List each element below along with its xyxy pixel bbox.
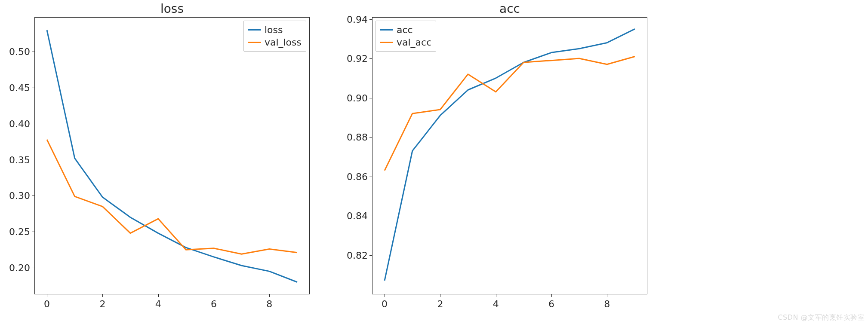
xtick-mark	[47, 294, 47, 297]
ytick-label: 0.88	[347, 132, 372, 143]
ytick-mark	[369, 216, 372, 216]
ytick-label: 0.45	[9, 83, 34, 93]
ytick-label: 0.35	[9, 154, 34, 165]
legend-swatch	[380, 42, 393, 43]
series-line	[47, 30, 297, 282]
legend-entry: val_loss	[248, 36, 302, 49]
xtick-mark	[269, 294, 270, 297]
xtick-mark	[551, 294, 552, 297]
ytick-mark	[32, 232, 34, 232]
ytick-mark	[32, 52, 34, 52]
legend-loss: lossval_loss	[243, 21, 306, 52]
ytick-mark	[369, 255, 372, 256]
xtick-mark	[102, 294, 103, 297]
ytick-mark	[369, 58, 372, 59]
ytick-mark	[369, 19, 372, 20]
ytick-label: 0.30	[9, 190, 34, 201]
legend-acc: accval_acc	[376, 21, 436, 52]
lines-acc	[372, 17, 647, 294]
series-line	[47, 140, 297, 254]
xtick-mark	[496, 294, 496, 297]
ytick-mark	[32, 160, 34, 160]
figure: loss 0.200.250.300.350.400.450.50 02468 …	[0, 0, 868, 324]
ytick-mark	[32, 124, 34, 124]
ytick-mark	[32, 88, 34, 88]
ytick-mark	[369, 137, 372, 138]
legend-entry: loss	[248, 24, 302, 36]
ytick-mark	[369, 177, 372, 177]
chart-title-acc: acc	[372, 2, 647, 16]
lines-loss	[34, 17, 310, 294]
series-line	[385, 29, 635, 281]
xtick-mark	[385, 294, 385, 297]
ytick-mark	[369, 98, 372, 98]
ytick-label: 0.25	[9, 226, 34, 237]
ytick-label: 0.82	[347, 250, 372, 260]
legend-label: val_acc	[397, 37, 431, 48]
subplot-loss: loss 0.200.250.300.350.400.450.50 02468 …	[34, 17, 310, 294]
chart-title-loss: loss	[34, 2, 310, 16]
series-line	[385, 56, 635, 170]
ytick-label: 0.86	[347, 171, 372, 182]
legend-label: acc	[397, 24, 413, 35]
ytick-label: 0.90	[347, 92, 372, 103]
ytick-label: 0.94	[347, 14, 372, 24]
xtick-mark	[607, 294, 607, 297]
subplot-acc: acc 0.820.840.860.880.900.920.94 02468 a…	[372, 17, 647, 294]
xtick-mark	[158, 294, 159, 297]
ytick-mark	[32, 268, 34, 268]
ytick-label: 0.40	[9, 118, 34, 129]
xtick-mark	[440, 294, 440, 297]
watermark: CSDN @文军的烹饪实验室	[778, 313, 865, 322]
legend-label: loss	[265, 24, 283, 35]
ytick-label: 0.84	[347, 211, 372, 221]
legend-swatch	[248, 29, 261, 31]
ytick-mark	[32, 196, 34, 196]
ytick-label: 0.20	[9, 263, 34, 273]
legend-swatch	[380, 29, 393, 31]
legend-swatch	[248, 42, 261, 43]
legend-entry: val_acc	[380, 36, 431, 49]
legend-label: val_loss	[265, 37, 302, 48]
ytick-label: 0.50	[9, 46, 34, 57]
xtick-mark	[214, 294, 214, 297]
legend-entry: acc	[380, 24, 431, 36]
ytick-label: 0.92	[347, 53, 372, 64]
